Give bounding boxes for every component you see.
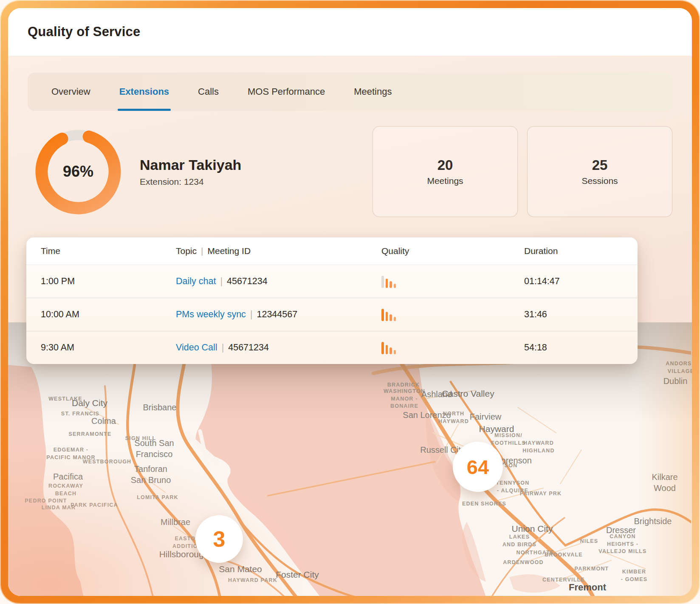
topic-link[interactable]: PMs weekly sync xyxy=(176,309,246,319)
map-label: NILES xyxy=(580,538,598,545)
pipe-separator: | xyxy=(217,342,229,353)
cell-duration: 54:18 xyxy=(500,342,623,353)
page-title: Quality of Service xyxy=(28,24,140,40)
table-header-row: Time Topic|Meeting ID Quality Duration xyxy=(26,237,638,265)
meetings-table-card: Time Topic|Meeting ID Quality Duration 1… xyxy=(26,237,638,364)
map-label: PEDRO POINT xyxy=(25,497,67,505)
map-cluster-marker[interactable]: 3 xyxy=(195,515,243,563)
tab-calls[interactable]: Calls xyxy=(183,73,233,111)
extension-summary-row: 96% Namar Takiyah Extension: 1234 20 Mee… xyxy=(28,125,672,218)
map-label: HAYWARD PARK xyxy=(228,577,277,584)
map-label: Colma xyxy=(91,415,116,426)
map-label: Tanforan xyxy=(134,463,167,474)
map-label: WESTBOROUGH xyxy=(83,458,132,466)
tab-mos-performance[interactable]: MOS Performance xyxy=(233,73,339,111)
map-label: ROCKAWAY BEACH xyxy=(48,483,83,497)
meeting-id: 12344567 xyxy=(257,309,297,319)
meeting-id: 45671234 xyxy=(228,342,269,353)
table-row[interactable]: 9:30 AM Video Call|45671234 54:18 xyxy=(26,331,638,364)
map-label: NORTH HAYWARD xyxy=(438,410,469,425)
qos-app-window: Quality of Service Overview Extensions C… xyxy=(8,8,692,596)
user-extension: Extension: 1234 xyxy=(140,177,373,187)
map-label: BROOKVALE xyxy=(545,551,583,559)
tab-overview[interactable]: Overview xyxy=(37,73,105,111)
map-label: Kilkare Wood xyxy=(651,471,678,494)
quality-bars-icon xyxy=(381,308,500,321)
map-label: WASHINGTON MANOR - BONAIRE xyxy=(384,388,425,410)
pipe-separator: | xyxy=(197,246,207,256)
tab-extensions[interactable]: Extensions xyxy=(105,73,183,111)
map-label: Brightside xyxy=(634,516,672,527)
cell-quality xyxy=(360,342,500,354)
table-row[interactable]: 10:00 AM PMs weekly sync|12344567 31:46 xyxy=(26,298,638,331)
device-frame: Quality of Service Overview Extensions C… xyxy=(0,0,700,604)
col-topic-meeting-id: Topic|Meeting ID xyxy=(176,246,360,256)
cell-topic: Video Call|45671234 xyxy=(176,342,360,353)
cell-topic: Daily chat|45671234 xyxy=(176,276,360,287)
user-name: Namar Takiyah xyxy=(140,157,373,173)
map-label: HAYWARD HIGHLAND xyxy=(522,440,555,454)
map-label: Millbrae xyxy=(161,517,190,528)
cell-time: 9:30 AM xyxy=(41,342,176,353)
map-cluster-marker[interactable]: 64 xyxy=(453,442,503,492)
map-label: Fairview xyxy=(470,411,501,422)
pipe-separator: | xyxy=(216,276,227,286)
cell-duration: 01:14:47 xyxy=(500,276,623,287)
map-label: Fremont xyxy=(569,581,606,594)
cell-quality xyxy=(360,275,500,288)
map-label: PARK PACIFICA xyxy=(71,502,118,509)
map-label: CANYON HEIGHTS - VALLEJO MILLS xyxy=(598,533,646,556)
table-row[interactable]: 1:00 PM Daily chat|45671234 01:14:47 xyxy=(26,265,638,298)
map-label: San Bruno xyxy=(131,474,171,485)
sessions-stat-card: 25 Sessions xyxy=(527,126,672,217)
cell-time: 10:00 AM xyxy=(41,309,176,320)
map-label: San Mateo xyxy=(219,563,262,575)
quality-bars-icon xyxy=(381,275,500,288)
map-label: South San Francisco xyxy=(134,437,174,460)
sessions-count: 25 xyxy=(592,157,608,173)
app-header: Quality of Service xyxy=(8,8,692,56)
sessions-label: Sessions xyxy=(581,176,618,186)
map-label: LAKES AND BIRDS xyxy=(502,533,536,548)
col-time: Time xyxy=(41,246,176,256)
meetings-count: 20 xyxy=(438,157,453,173)
quality-score-value: 96% xyxy=(33,126,124,217)
pipe-separator: | xyxy=(246,309,257,319)
col-quality: Quality xyxy=(360,246,500,256)
cell-quality xyxy=(360,308,500,321)
map-label: FAIRWAY PRK xyxy=(520,490,562,498)
tab-bar: Overview Extensions Calls MOS Performanc… xyxy=(28,73,672,111)
map-label: EDEN SHORES xyxy=(462,500,506,508)
meeting-id: 45671234 xyxy=(227,276,268,286)
quality-bars-icon xyxy=(381,342,500,354)
map-label: Foster City xyxy=(276,569,319,580)
map-label: KIMBER - GOMES xyxy=(621,568,648,583)
cell-duration: 31:46 xyxy=(500,309,623,320)
map-label: MISSION/ FOOTHILLS xyxy=(491,432,526,447)
map-label: Brisbane xyxy=(143,402,177,413)
map-label: Daly City xyxy=(72,397,107,409)
cell-topic: PMs weekly sync|12344567 xyxy=(176,309,360,320)
extension-user-info: Namar Takiyah Extension: 1234 xyxy=(140,157,373,187)
quality-score-donut: 96% xyxy=(33,126,124,217)
col-duration: Duration xyxy=(500,246,623,256)
map-label: Pacifica xyxy=(53,471,83,482)
meetings-label: Meetings xyxy=(427,176,463,186)
stat-cards: 20 Meetings 25 Sessions xyxy=(373,126,672,217)
topic-link[interactable]: Video Call xyxy=(176,342,217,353)
map-label: SERRAMONTE xyxy=(69,431,112,438)
map-label: Dublin xyxy=(663,375,688,387)
tab-meetings[interactable]: Meetings xyxy=(339,73,406,111)
map-label: PARKMONT xyxy=(575,565,609,573)
topic-link[interactable]: Daily chat xyxy=(176,276,216,286)
cell-time: 1:00 PM xyxy=(41,276,176,287)
map-label: Castro Valley xyxy=(442,388,494,399)
map-label: ANDORSK VILLAGE xyxy=(666,360,692,375)
map-label: ARDENWOOD xyxy=(503,559,544,567)
meetings-stat-card: 20 Meetings xyxy=(373,126,518,217)
map-label: LOMITA PARK xyxy=(137,494,178,502)
